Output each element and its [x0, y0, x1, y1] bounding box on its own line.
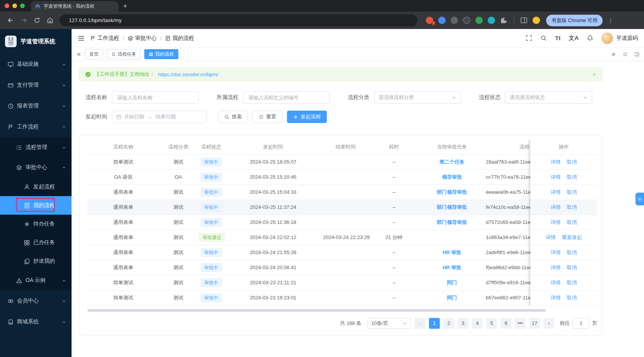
extension-icon[interactable] [488, 17, 495, 24]
app-logo[interactable]: 芋道管理系统 [0, 29, 72, 54]
detail-link[interactable]: 详情 [551, 264, 561, 271]
date-range-picker[interactable]: 开始日期 – 结束日期 [112, 111, 207, 123]
cancel-link[interactable]: 取消 [567, 219, 577, 226]
process-status-select[interactable]: 请选择流程状态 [505, 91, 592, 104]
extension-icon[interactable] [475, 17, 483, 24]
current-task-link[interactable]: 部门领导审批 [437, 204, 467, 210]
detail-link[interactable]: 详情 [546, 234, 556, 241]
zoom-window-button[interactable] [20, 3, 25, 8]
chrome-update-button[interactable]: 有新版 Chrome 可用 [546, 15, 603, 26]
detail-link[interactable]: 详情 [551, 174, 561, 181]
current-task-link[interactable]: 第二个任务 [439, 159, 465, 165]
page-button[interactable]: 2 [443, 318, 454, 329]
cancel-link[interactable]: 取消 [567, 159, 577, 166]
breadcrumb-item[interactable]: 我的流程 [165, 35, 194, 42]
tag-view-item[interactable]: 我的流程 [144, 49, 178, 59]
sidebar-item[interactable]: 报表管理 [0, 96, 72, 116]
detail-link[interactable]: 详情 [551, 159, 561, 166]
extension-icon[interactable] [451, 17, 458, 24]
fullscreen-icon[interactable] [526, 35, 532, 41]
sidebar-item[interactable]: 商城系统 [0, 311, 72, 332]
current-task-link[interactable]: 部门领导审批 [437, 189, 467, 195]
browser-menu-kebab-icon[interactable]: ⋮ [608, 17, 613, 24]
page-button[interactable]: 5 [486, 318, 497, 329]
sidebar-item[interactable]: OA 示例 [0, 270, 72, 290]
browser-tab[interactable]: 芋道管理系统 - 我的流程 [31, 1, 118, 12]
page-button[interactable]: 6 [501, 318, 511, 329]
page-button[interactable]: 3 [458, 318, 468, 329]
tags-refresh-icon[interactable] [623, 52, 628, 57]
page-button[interactable]: 4 [472, 318, 483, 329]
goto-page-input[interactable] [572, 318, 589, 329]
cancel-link[interactable]: 取消 [567, 249, 577, 256]
reload-button[interactable] [31, 15, 43, 26]
back-button[interactable] [5, 15, 16, 26]
cancel-link[interactable]: 取消 [567, 279, 577, 286]
user-menu[interactable]: 芋道源码 [601, 32, 638, 44]
detail-link[interactable]: 详情 [551, 279, 561, 286]
collapse-sidebar-icon[interactable] [78, 35, 85, 42]
create-process-button[interactable]: 发起流程 [287, 111, 327, 123]
sidebar-item[interactable]: 待办任务 [0, 215, 72, 233]
extensions-puzzle-icon[interactable] [500, 17, 507, 24]
next-page-button[interactable]: › [543, 318, 554, 329]
current-task-link[interactable]: 阿门 [447, 295, 457, 301]
current-task-link[interactable]: HR 审批 [442, 265, 461, 270]
home-button[interactable] [44, 15, 56, 26]
scrollbar-thumb[interactable] [87, 309, 546, 312]
tag-view-item[interactable]: 首页 [85, 49, 103, 59]
sidebar-item[interactable]: 我的流程 [0, 196, 72, 215]
cancel-link[interactable]: 取消 [567, 204, 577, 211]
tags-scroll-right-icon[interactable] [611, 52, 616, 57]
breadcrumb-item[interactable]: 工作流程 [90, 35, 119, 42]
prev-page-button[interactable]: ‹ [415, 318, 425, 329]
close-window-button[interactable] [5, 3, 9, 8]
detail-link[interactable]: 详情 [551, 249, 561, 256]
layout-panel-icon[interactable] [634, 52, 639, 57]
current-task-link[interactable]: 领导审批 [442, 174, 462, 180]
extension-icon[interactable]: 7 [426, 17, 433, 24]
page-button[interactable]: 17 [529, 318, 540, 329]
process-definition-input[interactable] [248, 94, 325, 101]
sidebar-item[interactable]: 审批中心 [0, 157, 72, 178]
restart-link[interactable]: 重新发起 [562, 234, 582, 241]
current-task-link[interactable]: 部门领导审批 [437, 219, 467, 225]
process-category-select[interactable]: 请选择流程分类 [374, 91, 461, 104]
page-ellipsis[interactable]: ••• [515, 318, 526, 329]
extension-icon[interactable] [463, 17, 470, 24]
sidebar-item[interactable]: 支付管理 [0, 75, 72, 96]
side-panel-icon[interactable] [520, 17, 528, 24]
cancel-link[interactable]: 取消 [567, 294, 577, 301]
search-button[interactable]: 搜索 [218, 111, 248, 123]
sidebar-item[interactable]: 流程管理 [0, 137, 72, 157]
page-size-select[interactable]: 10条/页 [367, 318, 411, 329]
sidebar-item[interactable]: 发起流程 [0, 178, 72, 196]
notification-bell-icon[interactable] [587, 35, 593, 41]
sidebar-item[interactable]: 已办任务 [0, 233, 72, 252]
forward-button[interactable] [18, 15, 29, 26]
sidebar-item[interactable]: 工作流程 [0, 116, 72, 137]
banner-close-icon[interactable] [592, 72, 596, 77]
current-task-link[interactable]: 阿门 [447, 280, 457, 285]
detail-link[interactable]: 详情 [551, 219, 561, 226]
detail-link[interactable]: 详情 [551, 294, 561, 301]
page-button[interactable]: 1 [429, 318, 440, 329]
process-name-input[interactable] [116, 94, 194, 101]
tags-scroll-left-icon[interactable] [76, 52, 81, 57]
minimize-window-button[interactable] [12, 3, 17, 8]
new-tab-button[interactable]: + [123, 2, 127, 10]
url-bar[interactable]: 127.0.0.1/bpm/task/my [60, 14, 417, 26]
profile-avatar-icon[interactable] [533, 17, 540, 24]
tag-view-item[interactable]: 流程任务 [107, 49, 141, 59]
breadcrumb-item[interactable]: 审批中心 [128, 35, 157, 42]
font-size-icon[interactable]: Tt [555, 35, 560, 41]
doc-link[interactable]: https://doc.iocoder.cn/bpm/ [158, 72, 218, 77]
sidebar-item[interactable]: 基础设施 [0, 54, 72, 75]
cancel-link[interactable]: 取消 [567, 174, 577, 181]
detail-link[interactable]: 详情 [551, 204, 561, 211]
theme-settings-button[interactable] [635, 193, 644, 205]
reset-button[interactable]: 重置 [253, 111, 282, 123]
detail-link[interactable]: 详情 [551, 189, 561, 196]
locale-switch-icon[interactable]: 文A [569, 34, 579, 42]
cancel-link[interactable]: 取消 [567, 189, 577, 196]
